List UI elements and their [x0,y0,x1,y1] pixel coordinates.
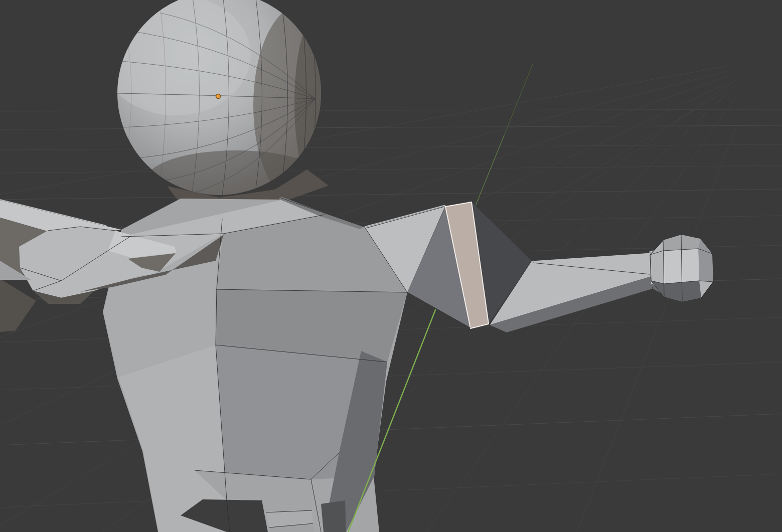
object-origin-dot [216,94,221,99]
viewport-3d[interactable] [0,0,782,532]
mesh-face-hand-ball-center-facet[interactable] [663,249,699,284]
viewport-canvas[interactable] [0,0,782,532]
origin-point-icon[interactable] [216,94,221,99]
mesh-face-body-side-dark[interactable] [321,500,346,532]
